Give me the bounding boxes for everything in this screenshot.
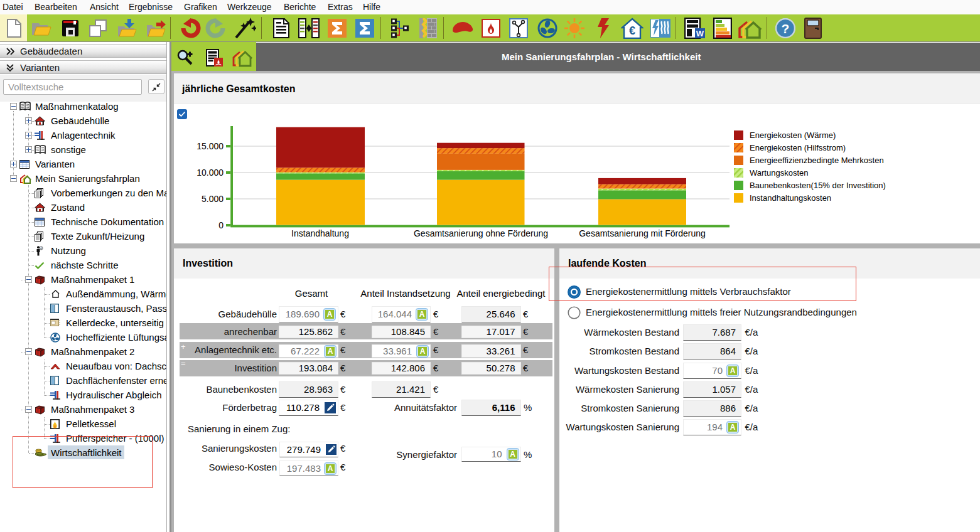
svg-text:€: € xyxy=(629,24,635,37)
svg-text:Instandhaltung: Instandhaltung xyxy=(291,228,349,238)
svg-text:W: W xyxy=(696,29,704,38)
svg-text:15.000: 15.000 xyxy=(197,141,223,151)
svg-text:Gesamtsanierung mit Förderung: Gesamtsanierung mit Förderung xyxy=(579,228,706,238)
svg-text:?: ? xyxy=(782,21,790,36)
svg-text:10.000: 10.000 xyxy=(197,168,223,178)
svg-text:Gesamtsanierung ohne Förderung: Gesamtsanierung ohne Förderung xyxy=(414,228,548,238)
svg-text:0: 0 xyxy=(218,220,223,230)
svg-text:5.000: 5.000 xyxy=(202,194,223,204)
